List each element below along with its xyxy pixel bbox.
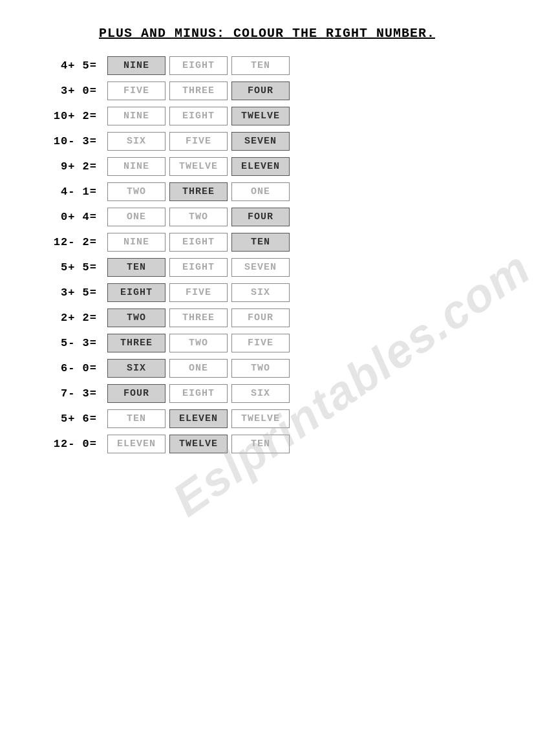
exercise-row: 10+ 2=NINEEIGHTTWELVE: [39, 107, 495, 125]
exercise-row: 9+ 2=NINETWELVEELEVEN: [39, 157, 495, 176]
answer-box[interactable]: EIGHT: [169, 384, 228, 403]
equation: 5- 3=: [39, 337, 103, 349]
answer-box[interactable]: SIX: [231, 384, 290, 403]
answer-box[interactable]: ONE: [107, 208, 166, 226]
exercise-row: 0+ 4=ONETWOFOUR: [39, 208, 495, 226]
answer-box[interactable]: NINE: [107, 233, 166, 252]
equation: 2+ 2=: [39, 312, 103, 324]
exercise-row: 3+ 5=EIGHTFIVESIX: [39, 283, 495, 302]
equation: 3+ 5=: [39, 286, 103, 299]
answer-box[interactable]: EIGHT: [169, 233, 228, 252]
exercise-row: 5+ 5=TENEIGHTSEVEN: [39, 258, 495, 277]
exercise-row: 3+ 0=FIVETHREEFOUR: [39, 81, 495, 100]
answer-box[interactable]: EIGHT: [169, 56, 228, 75]
answer-box[interactable]: ELEVEN: [231, 157, 290, 176]
equation: 4- 1=: [39, 186, 103, 198]
equation: 5+ 5=: [39, 261, 103, 274]
answer-box[interactable]: EIGHT: [169, 107, 228, 125]
answer-box[interactable]: TEN: [107, 409, 166, 428]
answer-box[interactable]: TEN: [231, 435, 290, 453]
answer-box[interactable]: THREE: [169, 81, 228, 100]
answer-box[interactable]: FOUR: [107, 384, 166, 403]
answer-box[interactable]: NINE: [107, 107, 166, 125]
answer-box[interactable]: ONE: [231, 182, 290, 201]
exercise-row: 6- 0=SIXONETWO: [39, 359, 495, 378]
equation: 9+ 2=: [39, 160, 103, 173]
answer-box[interactable]: SIX: [231, 283, 290, 302]
equation: 12- 2=: [39, 236, 103, 248]
exercise-row: 2+ 2=TWOTHREEFOUR: [39, 308, 495, 327]
answer-box[interactable]: TWELVE: [169, 157, 228, 176]
equation: 0+ 4=: [39, 211, 103, 223]
answer-box[interactable]: TEN: [231, 233, 290, 252]
answer-box[interactable]: TWELVE: [231, 409, 290, 428]
page-title: PLUS AND MINUS: COLOUR THE RIGHT NUMBER.: [39, 26, 495, 41]
answer-box[interactable]: NINE: [107, 56, 166, 75]
answer-box[interactable]: THREE: [169, 308, 228, 327]
answer-box[interactable]: EIGHT: [169, 258, 228, 277]
answer-box[interactable]: TWELVE: [169, 435, 228, 453]
answer-box[interactable]: SEVEN: [231, 258, 290, 277]
answer-box[interactable]: SIX: [107, 359, 166, 378]
exercise-row: 12- 0=ELEVENTWELVETEN: [39, 435, 495, 453]
answer-box[interactable]: ELEVEN: [169, 409, 228, 428]
answer-box[interactable]: TWO: [107, 182, 166, 201]
answer-box[interactable]: TWO: [231, 359, 290, 378]
answer-box[interactable]: THREE: [169, 182, 228, 201]
answer-box[interactable]: TWELVE: [231, 107, 290, 125]
answer-box[interactable]: EIGHT: [107, 283, 166, 302]
answer-box[interactable]: ONE: [169, 359, 228, 378]
answer-box[interactable]: TEN: [231, 56, 290, 75]
exercise-row: 12- 2=NINEEIGHTTEN: [39, 233, 495, 252]
equation: 12- 0=: [39, 438, 103, 450]
answer-box[interactable]: SIX: [107, 132, 166, 151]
answer-box[interactable]: FOUR: [231, 81, 290, 100]
answer-box[interactable]: FIVE: [231, 334, 290, 352]
exercise-row: 4- 1=TWOTHREEONE: [39, 182, 495, 201]
equation: 5+ 6=: [39, 413, 103, 425]
answer-box[interactable]: FIVE: [107, 81, 166, 100]
answer-box[interactable]: FIVE: [169, 283, 228, 302]
equation: 10+ 2=: [39, 110, 103, 122]
exercise-row: 10- 3=SIXFIVESEVEN: [39, 132, 495, 151]
exercise-row: 5+ 6=TENELEVENTWELVE: [39, 409, 495, 428]
answer-box[interactable]: TWO: [169, 334, 228, 352]
answer-box[interactable]: TEN: [107, 258, 166, 277]
equation: 6- 0=: [39, 362, 103, 374]
answer-box[interactable]: FIVE: [169, 132, 228, 151]
answer-box[interactable]: TWO: [169, 208, 228, 226]
answer-box[interactable]: FOUR: [231, 208, 290, 226]
answer-box[interactable]: FOUR: [231, 308, 290, 327]
equation: 7- 3=: [39, 387, 103, 400]
answer-box[interactable]: NINE: [107, 157, 166, 176]
exercise-row: 5- 3=THREETWOFIVE: [39, 334, 495, 352]
exercise-row: 7- 3=FOUREIGHTSIX: [39, 384, 495, 403]
answer-box[interactable]: TWO: [107, 308, 166, 327]
equation: 4+ 5=: [39, 59, 103, 72]
equation: 3+ 0=: [39, 85, 103, 97]
exercise-row: 4+ 5=NINEEIGHTTEN: [39, 56, 495, 75]
answer-box[interactable]: SEVEN: [231, 132, 290, 151]
answer-box[interactable]: THREE: [107, 334, 166, 352]
answer-box[interactable]: ELEVEN: [107, 435, 166, 453]
equation: 10- 3=: [39, 135, 103, 147]
